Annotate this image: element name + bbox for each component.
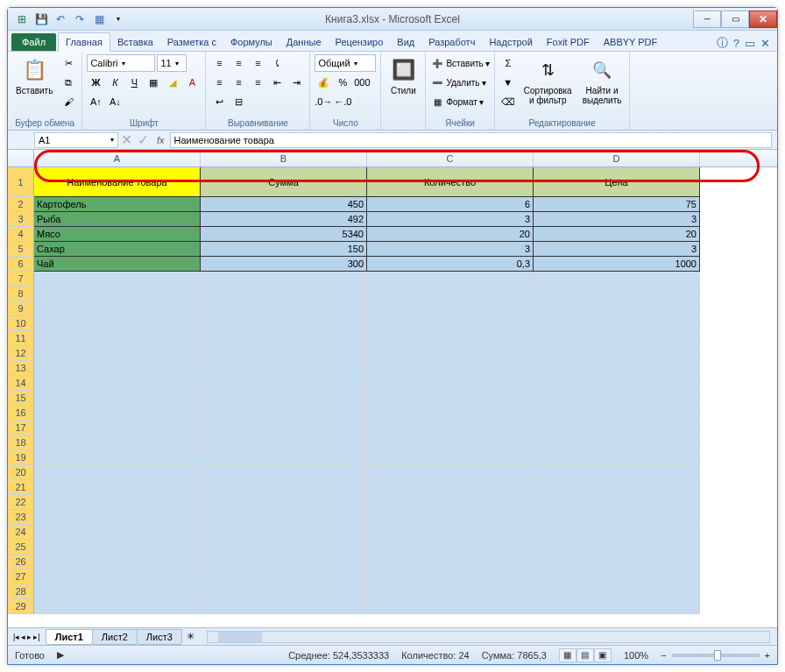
cell[interactable] [34, 331, 201, 346]
cell[interactable] [201, 272, 367, 286]
cell[interactable] [367, 465, 534, 480]
cell[interactable] [34, 495, 201, 510]
next-sheet-icon[interactable]: ▸ [27, 633, 32, 641]
cell[interactable]: 75 [534, 197, 700, 212]
cell[interactable] [201, 480, 367, 495]
zoom-level[interactable]: 100% [624, 650, 648, 661]
first-sheet-icon[interactable]: |◂ [13, 633, 19, 641]
decrease-font-icon[interactable]: A↓ [106, 93, 124, 110]
cell[interactable] [201, 421, 367, 435]
cell[interactable] [34, 272, 201, 286]
clear-icon[interactable]: ⌫ [499, 93, 517, 110]
zoom-out-button[interactable]: − [661, 650, 666, 661]
cell[interactable] [34, 584, 201, 599]
fill-icon[interactable]: ▼ [499, 74, 517, 91]
horizontal-scrollbar[interactable] [207, 631, 770, 643]
cell[interactable] [534, 391, 700, 406]
cell[interactable] [534, 331, 700, 346]
cell[interactable]: 150 [201, 242, 367, 257]
enter-icon[interactable]: ✓ [135, 131, 152, 148]
cell[interactable] [201, 465, 367, 480]
excel-icon[interactable]: ⊞ [15, 12, 29, 26]
cell[interactable]: Сумма [201, 167, 367, 197]
cell[interactable] [201, 406, 367, 421]
select-all-corner[interactable] [8, 150, 34, 166]
cell[interactable] [34, 376, 201, 391]
new-sheet-icon[interactable]: ✳ [181, 631, 200, 642]
sheet-tab-3[interactable]: Лист3 [137, 629, 182, 645]
cell[interactable] [367, 331, 534, 346]
cell[interactable] [367, 346, 534, 361]
cell[interactable] [34, 480, 201, 495]
cell[interactable]: Наименование товара [34, 167, 201, 197]
minimize-button[interactable]: ─ [693, 11, 721, 28]
cell[interactable]: 6 [367, 197, 534, 212]
font-name-combo[interactable]: Calibri▾ [87, 54, 155, 72]
tab-home[interactable]: Главная [58, 32, 110, 52]
cell[interactable] [34, 569, 201, 584]
currency-icon[interactable]: 💰 [315, 74, 332, 91]
cell[interactable] [534, 286, 700, 301]
cell[interactable] [201, 584, 367, 599]
merge-icon[interactable]: ⊟ [230, 93, 247, 110]
increase-indent-icon[interactable]: ⇥ [287, 74, 305, 91]
tab-addins[interactable]: Надстрой [482, 33, 539, 51]
cell[interactable] [534, 510, 700, 525]
row-header[interactable]: 9 [8, 301, 34, 316]
column-header-A[interactable]: A [34, 150, 201, 166]
cell[interactable] [201, 435, 367, 450]
format-cells-button[interactable]: ▦Формат ▾ [430, 93, 484, 110]
cell[interactable]: 20 [367, 227, 534, 242]
align-bottom-icon[interactable]: ≡ [249, 54, 266, 72]
row-header[interactable]: 18 [8, 435, 34, 450]
cell[interactable]: 20 [534, 227, 700, 242]
row-header[interactable]: 1 [8, 167, 34, 197]
increase-font-icon[interactable]: A↑ [87, 93, 104, 110]
row-header[interactable]: 12 [8, 346, 34, 361]
row-header[interactable]: 4 [8, 227, 34, 242]
percent-icon[interactable]: % [334, 74, 351, 91]
cell[interactable] [34, 391, 201, 406]
cell[interactable] [534, 540, 700, 555]
align-middle-icon[interactable]: ≡ [230, 54, 247, 72]
cell[interactable]: 0,3 [367, 257, 534, 272]
tab-review[interactable]: Рецензиро [329, 33, 391, 51]
cell[interactable] [34, 599, 201, 614]
row-header[interactable]: 17 [8, 421, 34, 435]
row-header[interactable]: 26 [8, 555, 34, 569]
prev-sheet-icon[interactable]: ◂ [21, 633, 25, 641]
row-header[interactable]: 15 [8, 391, 34, 406]
window-options-icon[interactable]: ▭ [745, 37, 755, 50]
cell[interactable] [534, 465, 700, 480]
align-left-icon[interactable]: ≡ [210, 74, 228, 91]
cell[interactable] [534, 272, 700, 286]
cell[interactable] [201, 316, 367, 331]
row-header[interactable]: 22 [8, 495, 34, 510]
tab-abbyy[interactable]: ABBYY PDF [597, 33, 665, 51]
cell[interactable] [534, 361, 700, 376]
tab-file[interactable]: Файл [11, 33, 56, 51]
cell[interactable] [367, 510, 534, 525]
insert-cells-button[interactable]: ➕Вставить ▾ [430, 54, 489, 72]
cell[interactable]: 3 [367, 212, 534, 227]
row-header[interactable]: 20 [8, 465, 34, 480]
row-header[interactable]: 23 [8, 510, 34, 525]
cell[interactable]: 300 [201, 257, 367, 272]
cell[interactable] [367, 361, 534, 376]
cell[interactable] [201, 555, 367, 569]
save-icon[interactable]: 💾 [34, 12, 48, 26]
cell[interactable] [367, 555, 534, 569]
undo-icon[interactable]: ↶ [53, 12, 67, 26]
cell[interactable] [534, 376, 700, 391]
cell[interactable] [34, 406, 201, 421]
tab-insert[interactable]: Вставка [110, 33, 160, 51]
cell[interactable] [367, 450, 534, 465]
cell[interactable] [367, 286, 534, 301]
cell[interactable] [534, 555, 700, 569]
cell[interactable]: Чай [34, 257, 201, 272]
cell[interactable]: Цена [534, 167, 700, 197]
formula-input[interactable]: Наименование товара [170, 132, 772, 148]
qat-dropdown-icon[interactable]: ▾ [111, 12, 125, 26]
row-header[interactable]: 29 [8, 599, 34, 614]
cell[interactable]: 450 [201, 197, 367, 212]
